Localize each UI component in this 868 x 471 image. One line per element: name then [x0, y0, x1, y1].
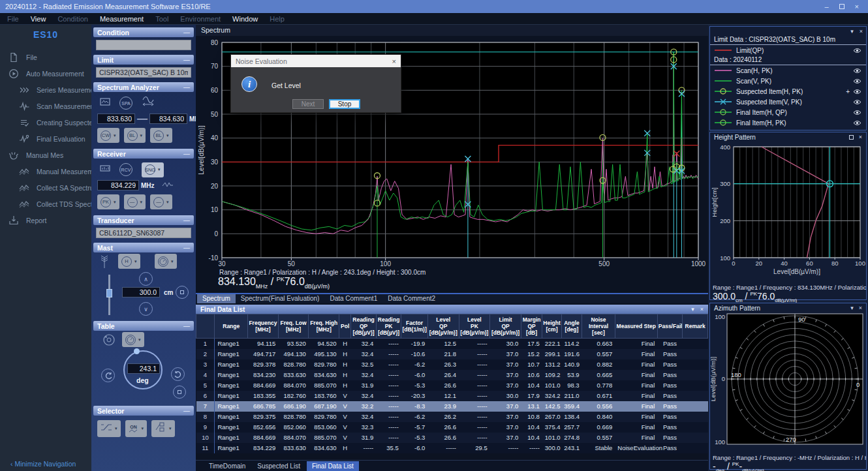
table-section-header[interactable]: Table— — [93, 321, 194, 331]
transducer-section-header[interactable]: Transducer— — [93, 215, 194, 225]
collapse-icon[interactable]: — — [183, 56, 190, 63]
tab-spectrum[interactable]: Spectrum — [197, 294, 236, 303]
table-row[interactable]: 7Range1686.785686.190687.190V32.2------8… — [196, 401, 708, 412]
tab-data-comment2[interactable]: Data Comment2 — [382, 294, 441, 303]
table-speed-dropdown[interactable]: ▾ — [122, 332, 144, 347]
tab-suspected-list[interactable]: Suspected List — [252, 461, 305, 471]
dialog-close-icon[interactable]: × — [392, 57, 396, 65]
collapse-icon[interactable]: — — [183, 322, 190, 329]
receiver-option1-dropdown[interactable]: —▾ — [124, 194, 146, 209]
mast-speed-dropdown[interactable]: ▾ — [155, 254, 177, 269]
collapse-icon[interactable]: — — [183, 407, 190, 414]
chevron-down-icon[interactable]: ▾ — [691, 306, 694, 312]
rotate-cw-button[interactable] — [171, 367, 185, 381]
receiver-mode-dropdown[interactable]: SNG▾ — [142, 162, 164, 177]
menu-window[interactable]: Window — [226, 15, 264, 23]
column-header[interactable]: ReadingPK[dB(µV)] — [376, 314, 401, 339]
sidebar-item-file[interactable]: File — [0, 49, 91, 65]
receiver-option2-dropdown[interactable]: —▾ — [150, 194, 172, 209]
column-header[interactable]: Freq. High[MHz] — [309, 314, 339, 339]
mast-polarization-dropdown[interactable]: H▾ — [118, 254, 140, 269]
column-header[interactable]: MarginQP[dB] — [521, 314, 542, 339]
menu-tool[interactable]: Tool — [149, 15, 174, 23]
receiver-detector-dropdown[interactable]: PK▾ — [97, 194, 119, 209]
visibility-eye-icon[interactable] — [853, 99, 861, 105]
collapse-icon[interactable]: — — [183, 84, 190, 91]
sa-stop-frequency-input[interactable] — [149, 114, 187, 124]
table-row[interactable]: 1Range194.11593.52094.520H32.4------19.9… — [196, 339, 708, 349]
column-header[interactable]: ReadingQP[dB(µV)] — [351, 314, 377, 339]
maximize-icon[interactable] — [849, 135, 854, 140]
sidebar-item-manual-mes[interactable]: Manual Mes — [0, 147, 91, 163]
sidebar-item-collect-sa-spectrum[interactable]: Collect SA Spectrum — [0, 179, 91, 196]
menu-help[interactable]: Help — [264, 15, 290, 23]
restore-button[interactable] — [839, 3, 845, 10]
condition-input[interactable] — [96, 40, 191, 50]
menu-file[interactable]: File — [1, 15, 25, 23]
table-row[interactable]: 2Range1494.717494.130495.130H32.4------1… — [196, 349, 708, 359]
collapse-icon[interactable]: — — [183, 217, 190, 224]
sidebar-item-final-evaluation[interactable]: Final Evaluation — [0, 130, 91, 147]
visibility-eye-icon[interactable] — [853, 120, 861, 126]
mast-down-button[interactable]: ∨ — [139, 302, 153, 316]
column-header[interactable]: Frequency[MHz] — [248, 314, 279, 339]
mast-height-slider[interactable] — [108, 275, 110, 315]
visibility-eye-icon[interactable] — [853, 110, 861, 115]
sa-rbw-dropdown[interactable]: BL▾ — [124, 128, 146, 143]
sa-vbw-dropdown[interactable]: BL▾ — [150, 128, 172, 143]
table-row[interactable]: 4Range1834.230833.630834.630H32.4------6… — [196, 370, 708, 380]
table-row[interactable]: 9Range1852.656852.060853.060V32.3------5… — [196, 422, 708, 433]
spa-badge[interactable]: SPA — [119, 97, 132, 110]
mast-height-input[interactable] — [122, 287, 160, 297]
tab-timedomain[interactable]: TimeDomain — [204, 461, 251, 471]
menu-view[interactable]: View — [25, 15, 52, 23]
minimize-button[interactable]: – — [824, 3, 828, 10]
sidebar-item-scan-measurement[interactable]: Scan Measurement — [0, 98, 91, 114]
sidebar-item-collect-tds-spectrum[interactable]: Collect TDS Spectrum — [0, 196, 91, 212]
sidebar-item-auto-measurement[interactable]: Auto Measurement — [0, 65, 91, 82]
tab-spectrum-final-evaluation[interactable]: Spectrum(Final Evaluation) — [236, 294, 325, 303]
column-header[interactable]: LimitQP[dB(µV/m)] — [490, 314, 521, 339]
close-icon[interactable]: × — [700, 306, 704, 312]
column-header[interactable]: Range — [215, 314, 248, 339]
column-header[interactable]: Noise Interval[sec] — [582, 314, 615, 339]
table-row[interactable]: 8Range1829.375828.780829.780V32.4------6… — [196, 412, 708, 422]
slider-thumb[interactable] — [106, 289, 112, 297]
column-header[interactable]: Measured Step — [615, 314, 657, 339]
collapse-icon[interactable]: — — [183, 150, 190, 157]
sidebar-item-creating-suspected-list[interactable]: Creating Suspected List — [0, 114, 91, 130]
chevron-down-icon[interactable]: ▾ — [850, 305, 854, 311]
receiver-frequency-input[interactable] — [97, 180, 139, 190]
close-icon[interactable]: × — [859, 305, 862, 311]
mast-section-header[interactable]: Mast— — [93, 243, 194, 252]
dial-knob[interactable] — [134, 348, 140, 354]
sa-coupling-dropdown[interactable]: CW▾ — [97, 128, 119, 143]
transducer-input[interactable] — [96, 228, 191, 238]
visibility-eye-icon[interactable] — [853, 78, 861, 84]
column-header[interactable] — [196, 314, 215, 339]
close-icon[interactable]: × — [859, 134, 862, 140]
menu-condition[interactable]: Condition — [52, 15, 93, 23]
rotate-ccw-button[interactable] — [101, 369, 115, 382]
tab-final-data-list[interactable]: Final Data List — [307, 461, 359, 471]
mast-up-button[interactable]: ∧ — [139, 272, 153, 286]
table-row[interactable]: 11Range1834.229833.630834.630H-----35.5-… — [196, 443, 708, 453]
limit-section-header[interactable]: Limit— — [93, 55, 194, 65]
selector-power-dropdown[interactable]: ON▾ — [125, 420, 147, 437]
tab-data-comment1[interactable]: Data Comment1 — [324, 294, 382, 303]
menu-environment[interactable]: Environment — [174, 15, 226, 23]
close-button[interactable]: × — [855, 3, 859, 10]
minimize-navigation-button[interactable]: ‹ Minimize Navigation — [10, 460, 76, 468]
sa-start-frequency-input[interactable] — [97, 114, 135, 124]
chevron-down-icon[interactable]: ▾ — [850, 28, 854, 35]
sidebar-item-series-measurement[interactable]: Series Measurement — [0, 82, 91, 98]
selector-relay-dropdown[interactable]: ▾ — [151, 420, 175, 437]
collapse-icon[interactable]: — — [183, 29, 190, 36]
table-row[interactable]: 5Range1884.669884.070885.070H31.9------5… — [196, 380, 708, 391]
condition-section-header[interactable]: Condition— — [93, 27, 194, 37]
column-header[interactable]: Angle[deg] — [561, 314, 581, 339]
visibility-eye-icon[interactable] — [853, 48, 861, 53]
column-header[interactable]: LevelQP[dB(µV/m)] — [427, 314, 459, 339]
menu-measurement[interactable]: Measurement — [94, 15, 149, 23]
column-header[interactable]: Freq. Low[MHz] — [278, 314, 309, 339]
